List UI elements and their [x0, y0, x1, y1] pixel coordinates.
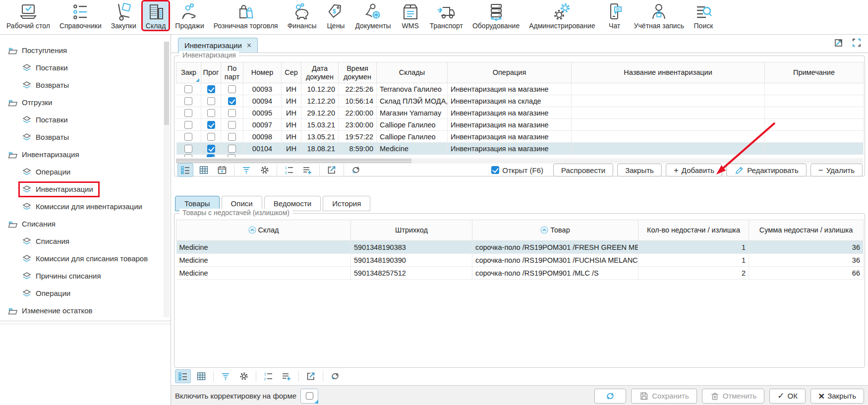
table-row[interactable]: 00095ИН29.12.2022:00:00Магазин YamamayИн… — [176, 107, 864, 119]
sidebar-scrollbar-thumb[interactable] — [164, 42, 169, 125]
sidebar-item-операции[interactable]: Операции — [0, 163, 171, 180]
tab-close-icon[interactable]: × — [247, 42, 251, 50]
column-header-закр[interactable]: Закр — [176, 62, 201, 83]
view-list-icon[interactable] — [177, 163, 193, 177]
posted-checkbox[interactable] — [207, 145, 215, 153]
filter-icon[interactable] — [218, 369, 233, 383]
posted-checkbox[interactable] — [207, 85, 215, 93]
closed-checkbox[interactable] — [184, 97, 192, 105]
column-header-штрихкод[interactable]: Штрихкод — [351, 220, 472, 241]
view-list-icon[interactable] — [175, 369, 191, 383]
toolbar-item-search[interactable]: Поиск — [690, 1, 717, 30]
reload-icon[interactable] — [327, 369, 343, 383]
table-row[interactable]: 00098ИН13.05.2119:57:22Calliope ГалилеоИ… — [176, 131, 864, 143]
toolbar-item-transport[interactable]: Транспорт — [426, 1, 466, 30]
tab-inventories[interactable]: Инвентаризации × — [178, 38, 258, 53]
closed-checkbox[interactable] — [184, 109, 192, 117]
sidebar-item-поступления[interactable]: Поступления — [0, 42, 171, 59]
open-f6-checkbox[interactable] — [491, 166, 499, 174]
распровести-button[interactable]: Распровести — [553, 164, 613, 176]
column-header-дата-докумен[interactable]: Датадокумен — [301, 62, 339, 83]
filter-icon[interactable] — [238, 163, 254, 177]
sidebar-item-причины-списания[interactable]: Причины списания — [0, 267, 171, 285]
by-batch-checkbox[interactable] — [228, 154, 235, 157]
closed-checkbox[interactable] — [184, 121, 192, 129]
column-header-сумма-недостачи-излишка[interactable]: Сумма недостачи / излишка — [749, 220, 864, 241]
column-header-кол-во-недостачи-излишка[interactable]: Кол-во недостачи / излишка — [638, 220, 749, 241]
sidebar-item-комиссии-для-инвентаризации[interactable]: Комиссии для инвентаризации — [0, 198, 171, 215]
list-add-icon[interactable] — [299, 163, 315, 177]
sidebar-item-списания[interactable]: Списания — [0, 232, 171, 250]
by-batch-checkbox[interactable] — [228, 109, 236, 117]
column-header-склады[interactable]: Склады — [377, 62, 448, 83]
posted-checkbox[interactable] — [207, 133, 215, 141]
toolbar-item-wms[interactable]: WMS — [397, 1, 424, 30]
sidebar-item-инвентаризация[interactable]: Инвентаризация — [0, 146, 171, 163]
column-header-название-инвентаризации[interactable]: Название инвентаризации — [572, 62, 765, 83]
sidebar-item-возвраты[interactable]: Возвраты — [0, 128, 171, 146]
column-header-операция[interactable]: Операция — [448, 62, 572, 83]
numbered-list-icon[interactable]: 12 — [281, 163, 297, 177]
settings-icon[interactable] — [257, 163, 273, 177]
table-row[interactable]: Medicine5901348190390сорочка-поло /RS19P… — [176, 254, 864, 267]
posted-checkbox[interactable] — [207, 121, 215, 129]
toolbar-item-account[interactable]: Учётная запись — [631, 1, 688, 30]
by-batch-checkbox[interactable] — [228, 121, 236, 129]
toolbar-item-catalog[interactable]: Справочники — [56, 1, 105, 30]
tab-история[interactable]: История — [323, 196, 370, 211]
by-batch-checkbox[interactable] — [228, 97, 236, 105]
sidebar-item-инвентаризации[interactable]: Инвентаризации — [0, 180, 171, 198]
column-header-прог[interactable]: Прог — [201, 62, 221, 83]
table-row[interactable]: 00093ИН10.12.2022:25:26Terranova Галилео… — [176, 83, 864, 95]
toolbar-item-prices[interactable]: $Цены — [322, 1, 349, 30]
column-header-склад[interactable]: Склад — [176, 220, 351, 241]
adjust-on-form-checkbox[interactable] — [300, 389, 318, 404]
sidebar-item-возвраты[interactable]: Возвраты — [0, 76, 171, 94]
column-header-примечание[interactable]: Примечание — [765, 62, 864, 83]
posted-checkbox[interactable] — [207, 154, 215, 157]
column-header-сер[interactable]: Сер — [282, 62, 301, 83]
toolbar-item-warehouse[interactable]: Склад — [142, 1, 170, 30]
toolbar-item-documents[interactable]: Документы — [351, 1, 394, 30]
column-header-по-парт[interactable]: Попарт — [221, 62, 243, 83]
view-grid-icon[interactable] — [196, 163, 212, 177]
sidebar-item-изменение-остатков[interactable]: Изменение остатков — [0, 302, 171, 319]
sidebar-item-поставки[interactable]: Поставки — [0, 59, 171, 76]
sidebar-scrollbar[interactable] — [164, 42, 170, 317]
sidebar-item-списания[interactable]: Списания — [0, 215, 171, 232]
sidebar-item-отгрузки[interactable]: Отгрузки — [0, 94, 171, 111]
ок-button[interactable]: ✓ОК — [769, 389, 806, 404]
posted-checkbox[interactable] — [207, 97, 215, 105]
settings-icon[interactable] — [236, 369, 252, 383]
добавить-button[interactable]: +Добавить — [666, 164, 722, 176]
toolbar-item-admin[interactable]: Администрирование — [525, 1, 599, 30]
table-row[interactable]: 00097ИН15.03.2123:00:00Calliope ГалилеоИ… — [176, 119, 864, 131]
toolbar-item-purchases[interactable]: Закупки — [108, 1, 140, 30]
table-row[interactable]: 00104ИН18.08.218:59:00MedicineИнвентариз… — [176, 143, 864, 155]
закрыть-button[interactable]: ×Закрыть — [810, 389, 864, 404]
sidebar-item-комиссии-для-списания-товаров[interactable]: Комиссии для списания товаров — [0, 250, 171, 267]
column-header-товар[interactable]: Товар — [472, 220, 638, 241]
numbered-list-icon[interactable]: 12 — [260, 369, 276, 383]
column-header-время-докумен[interactable]: Времядокумен — [339, 62, 377, 83]
сохранить-button[interactable]: Сохранить — [631, 389, 697, 404]
export-icon[interactable] — [324, 163, 340, 177]
refresh-button[interactable] — [594, 389, 626, 404]
column-header-номер[interactable]: Номер — [243, 62, 282, 83]
posted-checkbox[interactable] — [207, 109, 215, 117]
закрыть-button[interactable]: Закрыть — [617, 164, 662, 176]
export-icon[interactable] — [303, 369, 319, 383]
reload-icon[interactable] — [348, 163, 364, 177]
by-batch-checkbox[interactable] — [228, 145, 236, 153]
table-row[interactable]: Medicine5901348190383сорочка-поло /RS19P… — [176, 241, 864, 254]
toolbar-item-sales[interactable]: Продажи — [172, 1, 207, 30]
list-add-icon[interactable] — [279, 369, 294, 383]
by-batch-checkbox[interactable] — [228, 133, 236, 141]
toolbar-item-equipment[interactable]: Оборудование — [469, 1, 523, 30]
редактировать-button[interactable]: Редактировать — [726, 164, 807, 176]
toolbar-item-finance[interactable]: Финансы — [284, 1, 320, 30]
toolbar-item-retail[interactable]: Розничная торговля — [210, 1, 282, 30]
closed-checkbox[interactable] — [184, 85, 192, 93]
toolbar-item-chat[interactable]: Чат — [601, 1, 628, 30]
closed-checkbox[interactable] — [184, 133, 192, 141]
